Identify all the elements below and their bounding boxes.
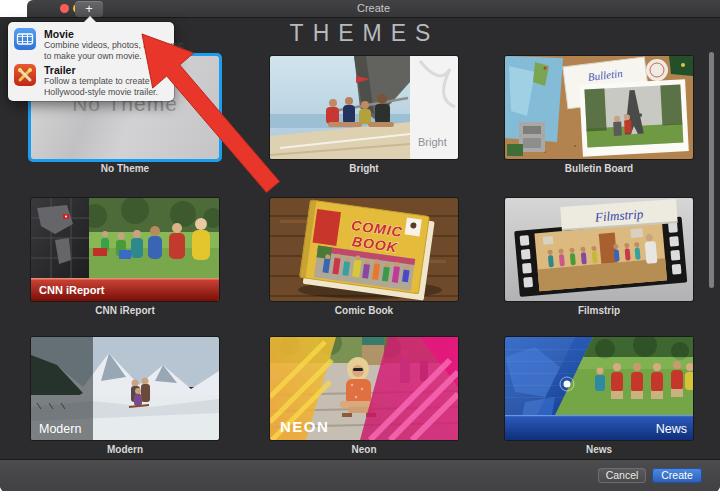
modern-overlay-text: Modern: [39, 422, 81, 436]
popover-movie-description: Combine videos, photos, and music to mak…: [44, 40, 186, 61]
filmstrip-thumbnail: Filmstrip: [505, 198, 693, 301]
window-title: Create: [27, 2, 720, 14]
theme-label-filmstrip: Filmstrip: [505, 305, 693, 316]
theme-tile-bulletin-board[interactable]: Bulletin Board: [505, 56, 693, 159]
movie-icon: [14, 28, 36, 50]
bulletin-board-thumbnail: Bulletin Board: [505, 56, 693, 159]
screenshot-root: { "window": { "title": "Create", "add_bu…: [0, 0, 720, 491]
neon-overlay-text: NEON: [280, 418, 329, 435]
theme-tile-cnn-ireport[interactable]: CNN iReport: [31, 198, 219, 301]
create-button[interactable]: Create: [652, 468, 702, 483]
theme-label-neon: Neon: [270, 444, 458, 455]
theme-tile-modern[interactable]: Modern: [31, 337, 219, 440]
theme-tile-comic-book[interactable]: COMIC BOOK: [270, 198, 458, 301]
trailer-icon: [14, 64, 36, 86]
theme-tile-bright[interactable]: Bright: [270, 56, 458, 159]
popover-item-trailer[interactable]: Trailer Follow a template to create a Ho…: [8, 64, 174, 100]
news-thumbnail: News: [505, 337, 693, 440]
modern-thumbnail: Modern: [31, 337, 219, 440]
theme-tile-neon[interactable]: NEON: [270, 337, 458, 440]
cnn-ireport-overlay-text: CNN iReport: [39, 284, 105, 296]
popover-trailer-description: Follow a template to create a Hollywood-…: [44, 76, 186, 97]
theme-tile-news[interactable]: News: [505, 337, 693, 440]
bright-overlay-text: Bright: [418, 136, 447, 148]
theme-label-bright: Bright: [270, 163, 458, 174]
window-titlebar: Create: [27, 0, 720, 18]
news-overlay-text: News: [656, 422, 687, 436]
neon-thumbnail: NEON: [270, 337, 458, 440]
popover-trailer-title: Trailer: [44, 64, 76, 76]
theme-label-modern: Modern: [31, 444, 219, 455]
dialog-footer: Cancel Create: [0, 459, 720, 491]
cancel-button[interactable]: Cancel: [598, 468, 646, 483]
popover-item-movie[interactable]: Movie Combine videos, photos, and music …: [8, 28, 174, 64]
popover-movie-title: Movie: [44, 28, 74, 40]
theme-label-news: News: [505, 444, 693, 455]
bright-thumbnail: Bright: [270, 56, 458, 159]
add-project-button[interactable]: +: [75, 1, 103, 17]
new-project-popover: Movie Combine videos, photos, and music …: [8, 22, 174, 101]
scrollbar-thumb[interactable]: [709, 52, 714, 288]
theme-label-cnn-ireport: CNN iReport: [31, 305, 219, 316]
theme-label-no-theme: No Theme: [31, 163, 219, 174]
comic-book-thumbnail: COMIC BOOK: [270, 198, 458, 301]
theme-label-bulletin-board: Bulletin Board: [505, 163, 693, 174]
theme-label-comic-book: Comic Book: [270, 305, 458, 316]
cnn-ireport-thumbnail: CNN iReport: [31, 198, 219, 301]
theme-tile-filmstrip[interactable]: Filmstrip: [505, 198, 693, 301]
